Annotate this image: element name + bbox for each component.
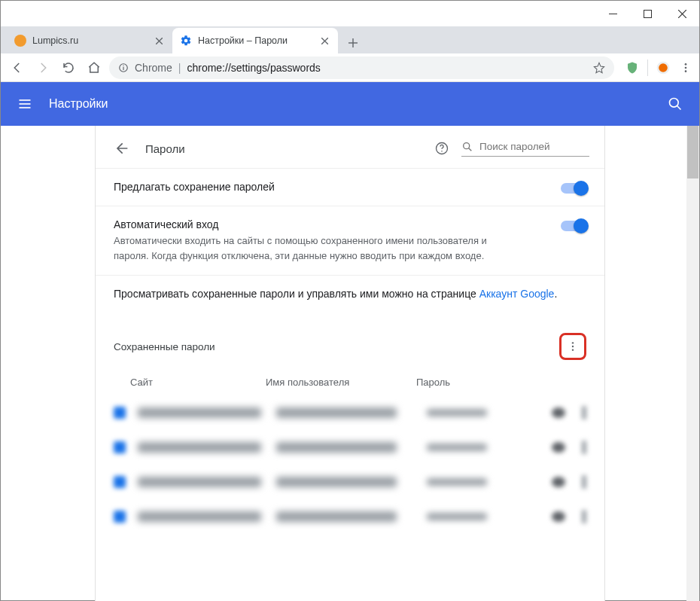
tab-settings-passwords[interactable]: Настройки – Пароли <box>172 28 338 53</box>
adguard-extension-icon[interactable] <box>625 60 640 75</box>
password-row[interactable] <box>96 430 604 465</box>
offer-save-toggle[interactable] <box>561 183 586 194</box>
svg-point-21 <box>670 99 679 108</box>
site-info-icon[interactable] <box>118 63 129 73</box>
search-icon[interactable] <box>668 96 683 111</box>
password-cell <box>427 478 487 486</box>
url-divider: | <box>178 62 181 74</box>
password-row[interactable] <box>96 395 604 430</box>
username-cell <box>276 442 397 453</box>
profile-avatar-icon[interactable] <box>656 60 671 75</box>
window-frame: Lumpics.ru Настройки – Пароли <box>0 0 700 601</box>
svg-point-17 <box>685 70 687 72</box>
saved-passwords-more-button[interactable] <box>559 333 586 360</box>
back-arrow-icon[interactable] <box>111 138 132 159</box>
close-icon[interactable] <box>153 35 165 47</box>
svg-point-15 <box>685 63 687 66</box>
site-cell <box>138 477 261 487</box>
svg-point-16 <box>685 66 687 69</box>
window-minimize-button[interactable] <box>595 1 630 26</box>
browser-toolbar: Chrome | chrome://settings/passwords <box>1 53 699 82</box>
home-button[interactable] <box>84 57 105 78</box>
forward-button[interactable] <box>32 57 53 78</box>
site-favicon-icon <box>114 407 126 419</box>
svg-point-27 <box>572 342 574 343</box>
url-text: chrome://settings/passwords <box>187 62 320 74</box>
window-titlebar <box>1 1 699 26</box>
auto-signin-row: Автоматический вход Автоматически входит… <box>96 206 604 275</box>
tab-title: Lumpics.ru <box>32 35 148 46</box>
new-tab-button[interactable] <box>342 32 364 53</box>
svg-line-22 <box>677 106 681 110</box>
tab-title: Настройки – Пароли <box>198 35 314 46</box>
scrollbar-thumb[interactable] <box>687 126 698 178</box>
close-icon[interactable] <box>318 35 330 47</box>
manage-passwords-info: Просматривать сохраненные пароли и управ… <box>96 275 604 312</box>
settings-title: Настройки <box>49 97 668 111</box>
saved-passwords-header: Сохраненные пароли <box>96 312 604 366</box>
page-header: Пароли Поиск паролей <box>96 126 604 168</box>
url-scheme: Chrome <box>135 62 172 74</box>
username-cell <box>276 511 397 522</box>
window-close-button[interactable] <box>665 1 699 26</box>
row-more-icon[interactable] <box>582 510 586 523</box>
page-title: Пароли <box>145 142 431 155</box>
password-row[interactable] <box>96 499 604 534</box>
tab-lumpics[interactable]: Lumpics.ru <box>7 28 172 53</box>
username-cell <box>276 407 397 418</box>
password-search-input[interactable]: Поиск паролей <box>461 141 589 157</box>
help-icon[interactable] <box>431 138 452 159</box>
auto-signin-label: Автоматический вход <box>114 218 561 230</box>
site-favicon-icon <box>114 441 126 453</box>
show-password-icon[interactable] <box>552 477 565 487</box>
auto-signin-toggle[interactable] <box>561 221 586 231</box>
gear-icon <box>180 35 192 47</box>
browser-menu-button[interactable] <box>678 60 693 75</box>
favicon-icon <box>14 35 26 47</box>
show-password-icon[interactable] <box>552 407 565 418</box>
google-account-link[interactable]: Аккаунт Google <box>479 288 555 300</box>
show-password-icon[interactable] <box>552 442 565 453</box>
site-cell <box>138 407 261 418</box>
column-site: Сайт <box>130 377 266 388</box>
svg-point-12 <box>123 65 123 66</box>
password-cell <box>427 409 487 416</box>
password-row[interactable] <box>96 465 604 499</box>
site-cell <box>138 442 261 453</box>
show-password-icon[interactable] <box>552 511 565 522</box>
row-more-icon[interactable] <box>582 406 586 419</box>
site-favicon-icon <box>114 511 126 523</box>
passwords-page: Пароли Поиск паролей Предлагать сохранен… <box>95 126 605 601</box>
settings-app-header: Настройки <box>1 82 699 126</box>
address-bar[interactable]: Chrome | chrome://settings/passwords <box>109 56 614 79</box>
scrollbar[interactable] <box>686 126 699 601</box>
site-cell <box>138 511 261 522</box>
tab-strip: Lumpics.ru Настройки – Пароли <box>1 26 699 53</box>
row-more-icon[interactable] <box>582 441 586 454</box>
svg-line-26 <box>469 148 472 151</box>
password-cell <box>427 513 487 520</box>
auto-signin-description: Автоматически входить на сайты с помощью… <box>114 233 520 263</box>
bookmark-star-icon[interactable] <box>593 62 605 74</box>
back-button[interactable] <box>7 57 28 78</box>
column-password: Пароль <box>416 377 586 388</box>
offer-save-row: Предлагать сохранение паролей <box>96 168 604 206</box>
reload-button[interactable] <box>58 57 79 78</box>
window-maximize-button[interactable] <box>630 1 665 26</box>
password-table-header: Сайт Имя пользователя Пароль <box>96 366 604 395</box>
svg-point-29 <box>572 349 574 350</box>
toolbar-separator <box>647 59 648 76</box>
svg-point-24 <box>441 151 443 152</box>
search-placeholder: Поиск паролей <box>479 141 550 152</box>
svg-rect-1 <box>644 10 651 17</box>
svg-point-28 <box>572 346 574 347</box>
site-favicon-icon <box>114 476 126 488</box>
manage-text: Просматривать сохраненные пароли и управ… <box>114 288 479 300</box>
svg-point-25 <box>464 142 470 148</box>
hamburger-menu-icon[interactable] <box>17 96 32 111</box>
row-more-icon[interactable] <box>582 475 586 489</box>
password-cell <box>427 444 487 451</box>
settings-content: Пароли Поиск паролей Предлагать сохранен… <box>1 126 699 601</box>
username-cell <box>276 477 397 487</box>
column-username: Имя пользователя <box>266 377 416 388</box>
